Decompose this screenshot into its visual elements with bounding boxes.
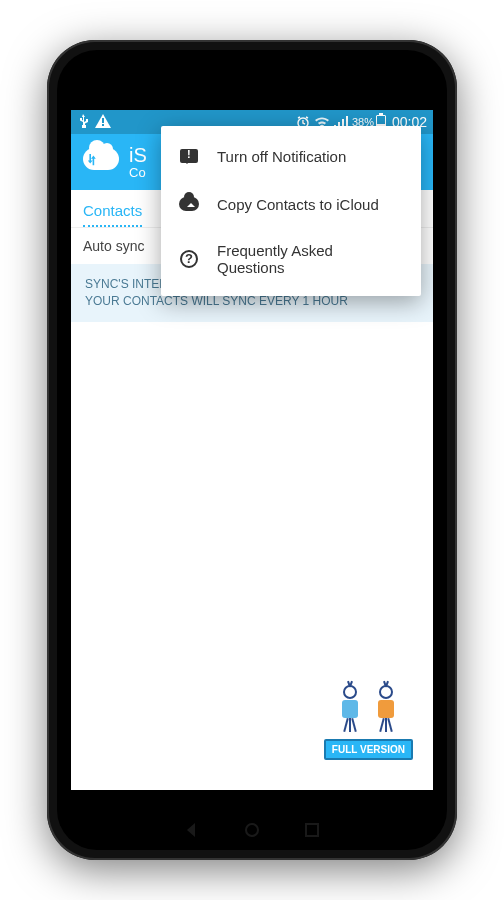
phone-frame: 38% 00:02 iS Co Contacts xyxy=(47,40,457,860)
warning-icon xyxy=(95,114,111,131)
content-area: FULL VERSION xyxy=(71,322,433,790)
menu-item-label: Copy Contacts to iCloud xyxy=(217,196,379,213)
app-subtitle: Co xyxy=(129,166,147,180)
mascot-icon xyxy=(324,685,413,739)
usb-icon xyxy=(77,114,89,131)
app-logo-icon xyxy=(83,148,119,176)
app-title: iS xyxy=(129,144,147,166)
full-version-label: FULL VERSION xyxy=(324,739,413,760)
menu-item-label: Turn off Notification xyxy=(217,148,346,165)
menu-item-copy-contacts[interactable]: Copy Contacts to iCloud xyxy=(161,180,421,228)
tab-contacts[interactable]: Contacts xyxy=(83,198,142,227)
menu-item-label: Frequently Asked Questions xyxy=(217,242,403,276)
menu-item-turn-off-notification[interactable]: Turn off Notification xyxy=(161,132,421,180)
back-softkey[interactable] xyxy=(183,821,201,839)
svg-rect-4 xyxy=(306,824,318,836)
home-softkey[interactable] xyxy=(243,821,261,839)
svg-rect-1 xyxy=(102,124,104,126)
overflow-menu: Turn off Notification Copy Contacts to i… xyxy=(161,126,421,296)
screen: 38% 00:02 iS Co Contacts xyxy=(71,110,433,790)
help-icon: ? xyxy=(179,249,199,269)
svg-point-3 xyxy=(246,824,258,836)
full-version-badge[interactable]: FULL VERSION xyxy=(324,685,413,760)
recent-softkey[interactable] xyxy=(303,821,321,839)
cloud-upload-icon xyxy=(179,194,199,214)
svg-rect-0 xyxy=(102,118,104,123)
notification-off-icon xyxy=(179,146,199,166)
menu-item-faq[interactable]: ? Frequently Asked Questions xyxy=(161,228,421,290)
